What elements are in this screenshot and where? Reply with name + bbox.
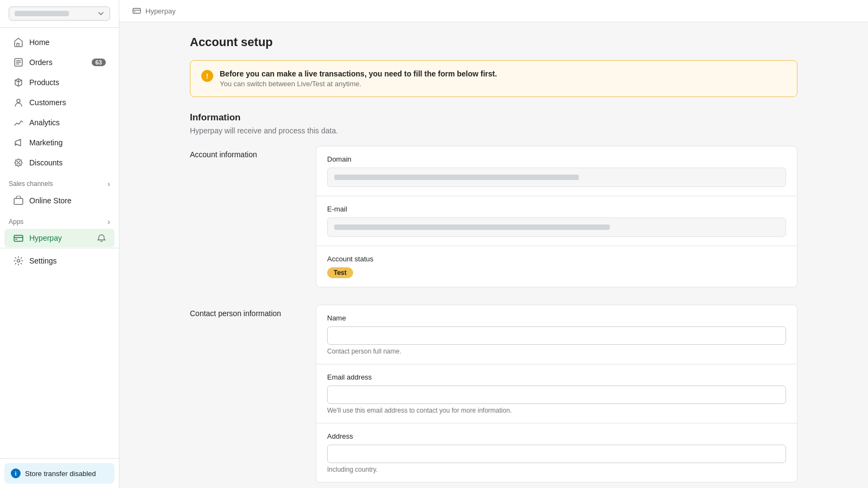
- email-placeholder-bar: [334, 224, 610, 230]
- contact-person-card: Name Contact person full name. Email add…: [316, 305, 797, 483]
- sidebar-item-home-label: Home: [29, 38, 49, 47]
- account-info-card: Domain E-mail Account status Test: [316, 146, 797, 287]
- svg-point-1: [17, 99, 20, 102]
- sidebar-item-analytics-label: Analytics: [29, 118, 60, 127]
- svg-rect-7: [134, 11, 136, 12]
- account-status-label: Account status: [327, 255, 786, 263]
- account-status-field-group: Account status Test: [316, 246, 797, 287]
- name-hint: Contact person full name.: [327, 348, 786, 355]
- sidebar-item-products-label: Products: [29, 78, 59, 87]
- sidebar-item-online-store[interactable]: Online Store: [4, 191, 114, 210]
- sidebar-nav: Home Orders 63 Products: [0, 28, 119, 458]
- email-address-hint: We'll use this email address to contact …: [327, 407, 786, 414]
- page-container: Account setup ! Before you can make a li…: [168, 22, 819, 488]
- email-label: E-mail: [327, 205, 786, 213]
- info-section-title: Information: [190, 112, 797, 123]
- products-icon: [13, 77, 24, 88]
- name-input[interactable]: [327, 326, 786, 345]
- bell-icon[interactable]: [97, 234, 106, 242]
- svg-rect-4: [15, 239, 17, 240]
- email-address-label: Email address: [327, 373, 786, 381]
- status-badge: Test: [327, 267, 353, 278]
- account-info-label: Account information: [190, 146, 298, 287]
- hyperpay-logo-icon: [13, 233, 24, 243]
- settings-icon: [13, 255, 24, 266]
- breadcrumb: Hyperpay: [119, 0, 868, 22]
- warning-subtitle: You can switch between Live/Test at anyt…: [220, 80, 497, 88]
- sidebar-bottom: i Store transfer disabled: [0, 458, 119, 488]
- email-address-field-group: Email address We'll use this email addre…: [316, 364, 797, 423]
- online-store-icon: [13, 195, 24, 206]
- sidebar-item-settings-label: Settings: [29, 256, 57, 265]
- sales-channels-label: Sales channels: [9, 180, 53, 188]
- sidebar-item-analytics[interactable]: Analytics: [4, 113, 114, 132]
- apps-section: Apps ›: [0, 211, 119, 228]
- svg-rect-2: [14, 198, 23, 204]
- warning-text: Before you can make a live transactions,…: [220, 69, 497, 88]
- apps-chevron[interactable]: ›: [107, 217, 110, 226]
- discounts-icon: [13, 157, 24, 168]
- store-dropdown-button[interactable]: [9, 7, 110, 21]
- domain-value: [327, 168, 786, 187]
- address-label: Address: [327, 432, 786, 440]
- information-section: Information Hyperpay will receive and pr…: [190, 112, 797, 135]
- email-value: [327, 217, 786, 237]
- sales-channels-section: Sales channels ›: [0, 173, 119, 190]
- store-dropdown-text: [15, 11, 69, 16]
- sidebar-item-hyperpay-label: Hyperpay: [29, 234, 62, 242]
- store-transfer-label: Store transfer disabled: [25, 470, 96, 478]
- warning-title: Before you can make a live transactions,…: [220, 69, 497, 78]
- page-title: Account setup: [190, 35, 797, 49]
- info-section-description: Hyperpay will receive and process this d…: [190, 126, 797, 135]
- info-circle-icon: i: [11, 468, 21, 478]
- domain-label: Domain: [327, 155, 786, 163]
- sidebar-item-settings[interactable]: Settings: [4, 251, 114, 271]
- store-transfer-notice[interactable]: i Store transfer disabled: [4, 463, 114, 484]
- email-address-input[interactable]: [327, 386, 786, 404]
- breadcrumb-label: Hyperpay: [145, 7, 176, 15]
- contact-person-label: Contact person information: [190, 305, 298, 483]
- sidebar-item-customers[interactable]: Customers: [4, 93, 114, 112]
- account-info-row: Account information Domain E-mail: [190, 146, 797, 287]
- sidebar-item-marketing[interactable]: Marketing: [4, 133, 114, 152]
- sidebar-item-orders-label: Orders: [29, 58, 53, 67]
- sidebar-item-online-store-label: Online Store: [29, 196, 72, 205]
- warning-banner: ! Before you can make a live transaction…: [190, 60, 797, 97]
- svg-rect-3: [14, 235, 23, 241]
- sidebar-item-discounts[interactable]: Discounts: [4, 153, 114, 172]
- sidebar: Home Orders 63 Products: [0, 0, 119, 488]
- name-label: Name: [327, 314, 786, 322]
- sidebar-item-orders[interactable]: Orders 63: [4, 53, 114, 72]
- sidebar-item-hyperpay[interactable]: Hyperpay: [4, 229, 114, 247]
- sidebar-item-home[interactable]: Home: [4, 33, 114, 52]
- analytics-icon: [13, 117, 24, 128]
- home-icon: [13, 37, 24, 48]
- chevron-down-icon: [98, 10, 104, 17]
- domain-placeholder-bar: [334, 175, 579, 180]
- apps-label: Apps: [9, 218, 23, 226]
- sidebar-item-discounts-label: Discounts: [29, 158, 62, 167]
- sales-channels-chevron[interactable]: ›: [107, 179, 110, 188]
- orders-badge: 63: [92, 59, 106, 66]
- svg-point-5: [17, 260, 20, 262]
- contact-person-row: Contact person information Name Contact …: [190, 305, 797, 483]
- hyperpay-breadcrumb-icon: [132, 7, 141, 15]
- main-content: Hyperpay Account setup ! Before you can …: [119, 0, 868, 488]
- address-field-group: Address Including country.: [316, 423, 797, 482]
- email-field-group: E-mail: [316, 196, 797, 246]
- store-selector[interactable]: [0, 0, 119, 28]
- customers-icon: [13, 97, 24, 108]
- orders-icon: [13, 57, 24, 68]
- domain-field-group: Domain: [316, 146, 797, 196]
- warning-icon: !: [201, 70, 213, 82]
- sidebar-item-products[interactable]: Products: [4, 73, 114, 92]
- name-field-group: Name Contact person full name.: [316, 305, 797, 364]
- address-hint: Including country.: [327, 466, 786, 473]
- marketing-icon: [13, 137, 24, 148]
- svg-rect-6: [133, 9, 141, 14]
- sidebar-item-marketing-label: Marketing: [29, 138, 62, 147]
- address-input[interactable]: [327, 445, 786, 463]
- sidebar-item-customers-label: Customers: [29, 98, 66, 107]
